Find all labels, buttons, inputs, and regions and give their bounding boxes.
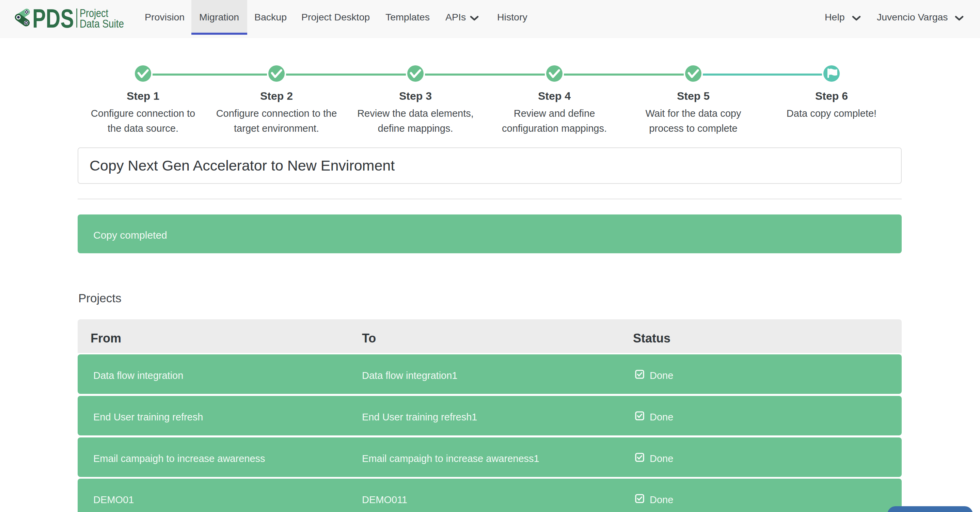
svg-text:Data Suite: Data Suite bbox=[80, 17, 124, 29]
svg-text:PDS: PDS bbox=[32, 7, 74, 29]
